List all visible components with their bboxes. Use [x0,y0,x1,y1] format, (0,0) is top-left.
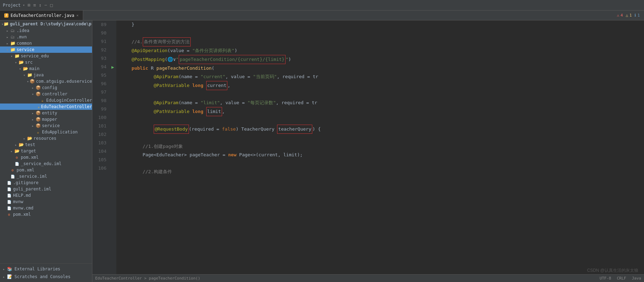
tree-item-target[interactable]: ▸ 📂 target [0,148,92,154]
code-content: 89 90 91 92 93 94 95 96 97 98 99 100 101… [92,20,644,274]
mvnw-label: mvnw [13,199,23,204]
gutter-104 [109,147,116,156]
external-libs-arrow: ▸ [3,267,5,271]
mvnw-cmd-label: mvnw.cmd [13,206,33,211]
layout-icon[interactable]: ⊞ [28,2,31,8]
tree-item-edu-teacher[interactable]: ▸ ☕ EduTeacherController [0,104,92,110]
target-label: target [21,149,36,153]
git-label: .gitignore [13,180,38,185]
pom-svc-label: pom.xml [17,168,35,173]
tree-item-com[interactable]: ▾ 📦 com.atguigu.eduservice [0,78,92,84]
minimize-icon[interactable]: − [44,2,47,8]
sidebar-footer: ▸ 📚 External Libraries ▸ 📝 Scratches and… [0,263,92,282]
sort-icon[interactable]: ≡ [33,2,36,8]
line-numbers: 89 90 91 92 93 94 95 96 97 98 99 100 101… [92,20,109,274]
target-arrow: ▸ [9,149,14,153]
code-line-101: @RequestBody (required = false ) Teacher… [121,125,644,134]
tree-item-service[interactable]: ▾ 📁 service [0,46,92,53]
status-bar: EduTeacherController > pageTeacherCondit… [92,274,644,282]
common-label: common [17,41,32,46]
code-lines[interactable]: } //4. 条件查询带分页的方法 @ApiOperation (value =… [116,20,644,274]
external-libs-icon: 📚 [7,267,12,271]
status-line-sep: CRLF [617,276,626,281]
editor-tab-edu[interactable]: J EduTeacherController.java ✕ [0,11,83,20]
service-edu-label: service_edu [21,54,49,58]
tree-item-main[interactable]: ▾ 📂 main [0,65,92,72]
collapse-icon[interactable]: ↕ [39,2,42,8]
tree-item-edu-app[interactable]: ▸ ☕ EduApplication [0,129,92,135]
tree-item-src[interactable]: ▾ 📂 src [0,59,92,65]
code-line-103: //1.创建page对象 [121,142,644,151]
main-folder-icon: 📂 [23,67,28,71]
guli-iml-icon: 📄 [6,187,12,191]
idea-label: .idea [17,28,29,33]
entity-label: entity [42,111,57,115]
tree-item-gitignore[interactable]: ▸ 📄 .gitignore [0,180,92,186]
tree-item-service-iml[interactable]: ▸ 📄 _service.iml [0,173,92,180]
tree-item-controller[interactable]: ▾ 📦 controller [0,91,92,97]
tree-item-help[interactable]: ▸ 📄 HELP.md [0,192,92,199]
tree-item-service2[interactable]: ▸ 📦 service [0,123,92,129]
external-libraries-item[interactable]: ▸ 📚 External Libraries [0,265,92,273]
code-line-89: } [121,20,644,29]
pom-edu-label: pom.xml [21,155,39,160]
gutter-93 [109,54,116,63]
tree-item-pom-edu[interactable]: ▸ ⚙ pom.xml [0,154,92,161]
main-layout: ▾ 📁 guli_parent D:\study\java\code\proje… [0,20,644,282]
gutter-101 [109,122,116,130]
tree-item-java[interactable]: ▾ 📁 java [0,72,92,78]
tree-root[interactable]: ▾ 📁 guli_parent D:\study\java\code\proje… [0,20,92,27]
tree-item-pom-root[interactable]: ▸ ⚙ pom.xml [0,211,92,218]
tab-close-button[interactable]: ✕ [76,13,79,17]
app-java-icon: ☕ [35,130,41,134]
tree-item-service-edu[interactable]: ▾ 📁 service_edu [0,53,92,59]
test-arrow: ▸ [13,143,18,147]
common-arrow: ▸ [5,42,10,45]
tree-item-config[interactable]: ▸ 📦 config [0,84,92,91]
com-label: com.atguigu.eduservice [36,79,92,84]
code-line-94: public R pageTeacherCondition ( [121,64,644,73]
maximize-icon[interactable]: □ [50,2,53,8]
tree-item-mapper[interactable]: ▸ 📦 mapper [0,116,92,123]
tree-item-mvnw-cmd[interactable]: ▸ 📄 mvnw.cmd [0,205,92,211]
tree-item-common[interactable]: ▸ 📁 common [0,40,92,46]
tree-item-mvnw[interactable]: ▸ 📄 mvnw [0,199,92,205]
project-label[interactable]: Project [3,3,21,8]
gutter-99 [109,105,116,113]
tree-item-entity[interactable]: ▸ 📦 entity [0,110,92,116]
tree-item-guli-iml[interactable]: ▸ 📄 guli_parent.iml [0,186,92,192]
idea-folder-icon: 🗂 [10,29,16,33]
gutter-97 [109,88,116,96]
tree-item-edu-login[interactable]: ▸ ☕ EduLoginController [0,97,92,104]
service-label: service [17,47,35,52]
git-icon: 📄 [6,181,12,185]
error-indicators: ⚠ 4 △ 1 ℹ 1 [617,13,644,18]
gutter-102 [109,130,116,139]
tree-item-resources[interactable]: ▸ 📂 resources [0,135,92,142]
java-folder-icon: 📁 [27,73,32,77]
mvn-arrow: ▸ [5,35,10,39]
tree-item-mvn[interactable]: ▸ 🗂 .mvn [0,34,92,40]
gutter-94[interactable]: ▶ [109,63,116,71]
gutter-90 [109,29,116,37]
gutter-95 [109,71,116,80]
sidebar: ▾ 📁 guli_parent D:\study\java\code\proje… [0,20,92,282]
code-line-104: Page<EduTeacher> pageTeacher = new Page<… [121,151,644,159]
iml-svc-label: _service.iml [17,174,47,179]
tree-item-pom-svc[interactable]: ▸ ⚙ pom.xml [0,167,92,173]
dropdown-icon[interactable]: ▾ [23,3,25,7]
warning-count: △ 1 [626,13,632,18]
java-arrow: ▾ [22,73,27,77]
pom-root-label: pom.xml [13,212,31,217]
code-line-93: @PostMapping ( 🌐 ∨ " pageTeacherConditio… [121,55,644,64]
login-label: EduLoginController [46,98,92,103]
tree-item-idea[interactable]: ▸ 🗂 .idea [0,27,92,34]
target-folder-icon: 📂 [14,149,20,153]
tree-item-test[interactable]: ▸ 📂 test [0,142,92,148]
service2-folder-icon: 📦 [35,124,41,128]
scratches-consoles-item[interactable]: ▸ 📝 Scratches and Consoles [0,273,92,281]
tree-item-service-edu-iml[interactable]: ▸ 📄 _service_edu.iml [0,161,92,167]
code-editor[interactable]: 89 90 91 92 93 94 95 96 97 98 99 100 101… [92,20,644,282]
external-libs-label: External Libraries [14,267,60,271]
status-left: EduTeacherController > pageTeacherCondit… [95,276,200,281]
